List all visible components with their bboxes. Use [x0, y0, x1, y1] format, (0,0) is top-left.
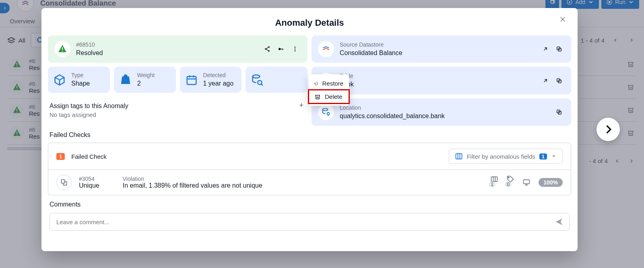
datastore-glyph — [322, 45, 330, 53]
table-card: Tablebank — [312, 67, 571, 94]
svg-point-22 — [268, 51, 270, 52]
comment-input-wrap[interactable] — [50, 213, 570, 231]
failed-check-row[interactable]: #3054 Unique Violation In email, 1.389% … — [48, 170, 571, 195]
metrics-row: TypeShape Weight2 Detected1 year ago Sca… — [48, 67, 308, 92]
svg-line-44 — [544, 79, 547, 82]
key-icon — [278, 45, 284, 53]
svg-point-20 — [268, 47, 270, 48]
violation-label: Violation — [123, 176, 262, 182]
tags-section: Assign tags to this Anomaly No tags assi… — [48, 97, 308, 121]
comment-input[interactable] — [56, 218, 555, 226]
arrow-up-right-icon — [542, 78, 549, 84]
columns-button[interactable]: 1 — [490, 175, 498, 190]
menu-delete[interactable]: Delete — [309, 90, 349, 103]
open-link[interactable] — [540, 75, 551, 86]
copy-icon — [556, 109, 562, 115]
svg-line-37 — [261, 84, 263, 86]
percent-pill: 100% — [539, 178, 563, 187]
metric-detected: Detected1 year ago — [180, 67, 242, 92]
location-icon — [318, 104, 334, 120]
violation-text: In email, 1.389% of filtered values are … — [123, 182, 262, 189]
svg-point-28 — [295, 47, 296, 48]
left-column: #68510 Resolved TypeShape — [48, 35, 308, 126]
next-anomaly-fab[interactable] — [597, 118, 620, 141]
check-row-actions: 1 0 100% — [490, 175, 563, 190]
cube-icon — [54, 74, 66, 86]
monitor-button[interactable] — [522, 178, 530, 186]
menu-restore[interactable]: Restore — [309, 77, 349, 90]
svg-line-23 — [266, 47, 268, 49]
copy-button[interactable] — [553, 43, 565, 55]
monitor-icon — [522, 178, 530, 186]
source-datastore-card: Source DatastoreConsolidated Balance — [312, 35, 571, 63]
calendar-icon — [186, 74, 198, 86]
copy-icon — [556, 78, 562, 84]
key-button[interactable] — [275, 43, 287, 55]
add-tag-button[interactable]: + — [297, 101, 306, 110]
failed-check-label: Failed Check — [71, 153, 107, 160]
svg-rect-59 — [524, 180, 530, 184]
svg-rect-26 — [281, 49, 283, 49]
check-id: #3054 — [79, 176, 99, 182]
svg-point-29 — [295, 49, 296, 50]
open-link[interactable] — [540, 43, 551, 55]
cols-count: 1 — [489, 182, 495, 187]
check-type: Unique — [79, 182, 99, 189]
chevron-down-icon — [551, 153, 557, 159]
datastore-icon — [318, 41, 334, 57]
arrow-up-right-icon — [542, 46, 549, 52]
svg-rect-54 — [61, 180, 64, 183]
location-card: Locationqualytics.consolidated_balance.b… — [312, 98, 571, 126]
send-button[interactable] — [555, 217, 564, 226]
metric-type: TypeShape — [48, 67, 110, 92]
svg-point-30 — [295, 51, 296, 52]
svg-rect-31 — [187, 76, 196, 84]
triangle-alert-icon — [58, 44, 67, 54]
close-button[interactable] — [557, 15, 569, 23]
kebab-menu: Restore Delete — [309, 74, 349, 106]
failed-checks-box: 1 Failed Check Filter by anomalous field… — [48, 143, 571, 195]
anomaly-status: Resolved — [76, 49, 103, 57]
share-icon — [264, 45, 270, 53]
restore-icon — [314, 80, 318, 87]
metric-weight: Weight2 — [114, 67, 176, 92]
tags-count: 0 — [505, 182, 512, 187]
svg-rect-18 — [62, 47, 63, 50]
anomaly-details-modal: Anomaly Details #68510 Resolved — [41, 8, 578, 251]
filter-anomalous-fields[interactable]: Filter by anomalous fields 1 — [449, 149, 563, 164]
failed-count-badge: 1 — [56, 153, 65, 160]
trash-icon — [314, 94, 321, 100]
svg-point-35 — [253, 75, 260, 78]
close-icon — [559, 16, 566, 23]
svg-point-21 — [265, 49, 266, 50]
failed-checks-title: Failed Checks — [48, 126, 571, 143]
db-pin-icon — [322, 108, 330, 117]
menu-delete-label: Delete — [325, 93, 342, 100]
more-menu-button[interactable] — [289, 43, 301, 55]
failed-checks-header: 1 Failed Check Filter by anomalous field… — [48, 143, 571, 170]
columns-icon — [455, 152, 463, 160]
modal-title: Anomaly Details — [41, 8, 578, 35]
svg-rect-19 — [62, 51, 63, 51]
svg-point-58 — [508, 177, 510, 178]
tags-button[interactable]: 0 — [506, 175, 514, 190]
anomaly-id: #68510 — [76, 41, 103, 49]
svg-point-36 — [258, 80, 262, 84]
svg-line-38 — [544, 48, 547, 51]
status-card: #68510 Resolved — [48, 35, 308, 63]
filter-count: 1 — [539, 153, 547, 160]
share-button[interactable] — [262, 43, 273, 55]
db-search-icon — [251, 74, 263, 86]
svg-point-25 — [279, 48, 281, 50]
svg-rect-50 — [456, 154, 462, 159]
copy-icon — [556, 46, 562, 52]
copy-button[interactable] — [553, 106, 565, 118]
weight-icon — [120, 74, 132, 86]
chevron-right-icon — [603, 124, 614, 135]
comments-title: Comments — [48, 195, 571, 211]
send-icon — [555, 217, 564, 226]
unique-icon — [60, 178, 68, 186]
filter-label: Filter by anomalous fields — [467, 153, 535, 160]
copy-button[interactable] — [553, 75, 565, 86]
svg-rect-55 — [491, 177, 497, 182]
